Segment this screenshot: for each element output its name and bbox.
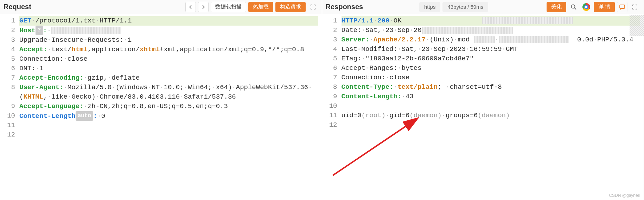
comment-button[interactable] (617, 2, 627, 12)
expand-icon (310, 4, 316, 10)
request-editor[interactable]: 123456789101112 GET·/protocol/1.txt·HTTP… (0, 14, 322, 200)
search-icon (570, 4, 577, 10)
svg-point-0 (571, 5, 575, 8)
proto-tag: https (419, 2, 441, 12)
response-toolbar: Responses https 43bytes / 59ms 美化 详 情 (322, 0, 644, 14)
beautify-button[interactable]: 美化 (547, 2, 566, 12)
request-gutter: 123456789101112 (0, 14, 19, 200)
comment-icon (619, 4, 625, 10)
response-editor[interactable]: 123456789101112 HTTP/1.1·200·OK Date:·Sa… (322, 14, 644, 200)
details-button[interactable]: 详 情 (594, 2, 615, 12)
chevron-left-icon (189, 5, 193, 9)
request-code[interactable]: GET·/protocol/1.txt·HTTP/1.1Host?:·Upgra… (19, 14, 322, 200)
build-request-button[interactable]: 构造请求 (275, 2, 306, 12)
chrome-icon (582, 3, 590, 11)
response-title: Responses (326, 3, 363, 11)
chevron-right-icon (201, 5, 205, 9)
prev-button[interactable] (185, 2, 196, 12)
watermark: CSDN @gaynell (609, 193, 640, 198)
qr-placeholder (630, 15, 644, 36)
request-toolbar: Request 数据包扫描 热加载 构造请求 (0, 0, 322, 14)
response-gutter: 123456789101112 (322, 14, 342, 200)
app-root: Request 数据包扫描 热加载 构造请求 123456789101112 G… (0, 0, 644, 200)
response-code[interactable]: HTTP/1.1·200·OK Date:·Sat,·23·Sep·20Serv… (342, 14, 644, 200)
next-button[interactable] (198, 2, 209, 12)
scan-button[interactable]: 数据包扫描 (211, 2, 246, 12)
timing-tag: 43bytes / 59ms (442, 2, 488, 12)
svg-rect-1 (620, 5, 625, 8)
request-pane: Request 数据包扫描 热加载 构造请求 123456789101112 G… (0, 0, 322, 200)
hotload-button[interactable]: 热加载 (248, 2, 273, 12)
expand-response-button[interactable] (630, 2, 640, 12)
expand-icon (632, 4, 638, 10)
expand-button[interactable] (308, 2, 318, 12)
response-pane: Responses https 43bytes / 59ms 美化 详 情 12… (322, 0, 644, 200)
browser-button[interactable] (581, 2, 592, 12)
search-button[interactable] (568, 2, 579, 12)
request-title: Request (4, 3, 31, 11)
